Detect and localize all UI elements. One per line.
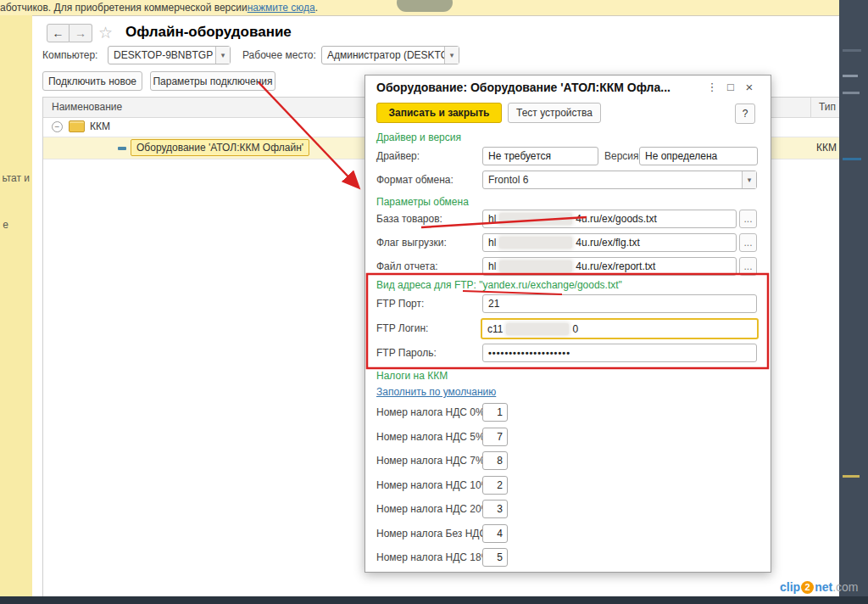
computer-combo[interactable]: DESKTOP-9BNBTGP ▾ [108, 46, 231, 64]
section-taxes: Налоги на ККМ [376, 370, 448, 382]
column-divider [810, 98, 811, 117]
tax-label: Номер налога НДС 10%: [376, 479, 493, 491]
more-icon[interactable]: ⋮ [703, 80, 721, 93]
back-icon: ← [53, 26, 64, 40]
nav-buttons: ← → [47, 24, 92, 42]
section-driver: Драйвер и версия [376, 131, 461, 143]
flag-prefix: hl [488, 237, 496, 249]
ftp-password-field[interactable]: •••••••••••••••••••• [482, 344, 757, 362]
format-value: Frontol 6 [483, 171, 742, 188]
computer-value: DESKTOP-9BNBTGP [108, 47, 215, 64]
goods-field[interactable]: hl 4u.ru/ex/goods.txt [482, 210, 737, 228]
window-fragment [843, 92, 860, 94]
sidebar-text-fragment: ьтат и [2, 172, 30, 184]
ftp-login-label: FTP Логин: [376, 322, 428, 334]
report-field[interactable]: hl 4u.ru/ex/report.txt [482, 257, 737, 276]
tax-field-nds7[interactable]: 8 [482, 451, 508, 470]
workplace-value: Администратор (DESKTOP-9B [322, 47, 444, 64]
window-fragment [843, 158, 861, 160]
goods-label: База товаров: [376, 213, 442, 225]
connect-new-button[interactable]: Подключить новое [42, 71, 142, 91]
watermark-part: .com [832, 580, 858, 594]
report-label: Файл отчета: [376, 260, 438, 272]
forward-icon: → [75, 26, 86, 40]
background-window-strip [839, 0, 868, 596]
folder-icon [69, 120, 85, 132]
watermark-part: clip [780, 580, 800, 594]
test-device-button[interactable]: Тест устройства [508, 103, 601, 123]
format-combo[interactable]: Frontol 6 ▾ [482, 171, 757, 189]
tax-field-nds18[interactable]: 5 [482, 548, 508, 567]
watermark-circle: 2 [801, 581, 814, 594]
window-fragment [843, 49, 861, 52]
tax-label: Номер налога Без НДС: [376, 528, 489, 540]
collapse-icon[interactable]: − [52, 121, 63, 132]
flag-browse-button[interactable]: ... [739, 233, 757, 252]
report-suffix: 4u.ru/ex/report.txt [576, 260, 655, 272]
goods-prefix: hl [488, 213, 496, 225]
driver-label: Драйвер: [376, 150, 420, 162]
tax-field-nds5[interactable]: 7 [482, 428, 508, 446]
flag-field[interactable]: hl 4u.ru/ex/flg.txt [482, 233, 737, 252]
device-label: Оборудование 'АТОЛ:ККМ Офлайн' [136, 142, 303, 154]
watermark-part: net [815, 580, 832, 594]
banner-link[interactable]: нажмите сюда [248, 2, 315, 14]
version-field[interactable]: Не определена [639, 147, 758, 165]
cut-off-pill-button[interactable] [397, 0, 453, 12]
forward-button[interactable]: → [70, 24, 92, 42]
tax-field-nds20[interactable]: 3 [482, 500, 508, 518]
banner-text: аботчиков. Для приобретения коммерческой… [0, 2, 248, 14]
ftp-login-field[interactable]: c11 0 [481, 318, 759, 339]
tax-field-nds10[interactable]: 2 [482, 476, 508, 495]
bottom-bar [0, 596, 868, 604]
close-icon[interactable]: × [740, 80, 759, 93]
fill-default-link[interactable]: Заполнить по умолчанию [376, 386, 496, 398]
back-button[interactable]: ← [47, 24, 70, 42]
tax-label: Номер налога НДС 20%: [376, 503, 493, 515]
device-dash-icon [118, 147, 126, 150]
workplace-combo[interactable]: Администратор (DESKTOP-9B ▾ [321, 46, 459, 64]
ftp-login-suffix: 0 [572, 323, 578, 335]
section-exchange: Параметры обмена [376, 196, 469, 208]
connection-params-button[interactable]: Параметры подключения [150, 71, 275, 91]
ftp-port-field[interactable]: 21 [482, 294, 757, 313]
format-label: Формат обмена: [376, 174, 453, 186]
equipment-dialog: Оборудование: Оборудование 'АТОЛ:ККМ Офл… [364, 75, 771, 573]
dialog-window-controls: ⋮ □ × [703, 80, 759, 93]
sidebar-text-fragment: е [3, 219, 8, 231]
ftp-login-prefix: c11 [487, 323, 503, 335]
collapse-glyph: − [55, 123, 60, 131]
tax-label: Номер налога НДС 18%: [376, 551, 493, 563]
maximize-icon[interactable]: □ [721, 80, 740, 93]
clip2net-watermark: clip 2 net .com [780, 580, 858, 594]
tax-label: Номер налога НДС 0%: [376, 406, 487, 418]
banner-text-suffix: . [315, 2, 318, 14]
computer-label: Компьютер: [42, 49, 97, 61]
tax-field-nds0[interactable]: 1 [482, 403, 508, 422]
report-browse-button[interactable]: ... [739, 257, 757, 276]
chevron-down-icon[interactable]: ▾ [444, 47, 459, 64]
help-button[interactable]: ? [735, 103, 755, 124]
favorite-star-icon[interactable]: ☆ [98, 23, 113, 42]
chevron-down-icon[interactable]: ▾ [742, 171, 756, 188]
screen: аботчиков. Для приобретения коммерческой… [0, 0, 868, 604]
report-prefix: hl [488, 260, 496, 272]
group-label: ККМ [90, 120, 110, 132]
device-label-cell[interactable]: Оборудование 'АТОЛ:ККМ Офлайн' [131, 139, 309, 156]
tax-field-no-nds[interactable]: 4 [482, 524, 508, 543]
driver-field[interactable]: Не требуется [482, 147, 598, 165]
column-header-type[interactable]: Тип [819, 101, 836, 113]
flag-suffix: 4u.ru/ex/flg.txt [576, 237, 639, 249]
column-header-name[interactable]: Наименование [52, 101, 122, 113]
redacted-blur [499, 213, 572, 225]
goods-suffix: 4u.ru/ex/goods.txt [576, 213, 656, 225]
ftp-note: Вид адреса для FTP: "yandex.ru/exchange/… [376, 279, 622, 291]
chevron-down-icon[interactable]: ▾ [215, 47, 230, 64]
dialog-title: Оборудование: Оборудование 'АТОЛ:ККМ Офл… [376, 81, 670, 94]
flag-label: Флаг выгрузки: [376, 237, 447, 249]
left-sidebar: ьтат и е [0, 15, 32, 596]
device-type-cell: ККМ [816, 142, 837, 154]
save-close-button[interactable]: Записать и закрыть [376, 103, 502, 123]
goods-browse-button[interactable]: ... [739, 210, 757, 228]
window-fragment [843, 75, 858, 77]
